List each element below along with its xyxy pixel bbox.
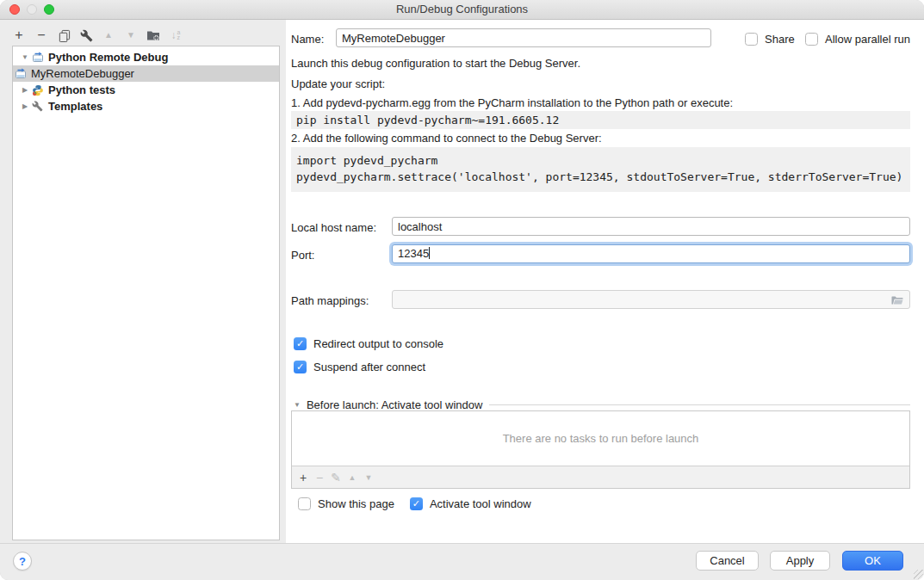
allow-parallel-run-label: Allow parallel run	[825, 31, 910, 47]
move-down-button[interactable]: ▼	[124, 28, 138, 43]
tree-item-label: MyRemoteDebugger	[31, 67, 134, 80]
help-button[interactable]: ?	[13, 552, 32, 571]
edit-task-button[interactable]: ✎	[330, 470, 342, 485]
tree-item-python-remote-debug[interactable]: ▼ Python Remote Debug	[13, 49, 279, 65]
configurations-toolbar: + − ▲ ▼	[12, 26, 183, 45]
suspend-after-connect-checkbox[interactable]	[294, 361, 307, 373]
text-caret	[429, 247, 430, 259]
remote-debug-icon	[32, 51, 45, 64]
collapse-section-icon[interactable]: ▼	[294, 401, 301, 409]
share-option: Share	[745, 31, 795, 47]
redirect-output-label: Redirect output to console	[313, 336, 443, 352]
tree-item-label: Templates	[48, 100, 102, 113]
new-folder-icon	[146, 28, 160, 42]
settrace-code-line-1: import pydevd_pycharm	[296, 152, 905, 169]
configurations-tree: ▼ Python Remote Debug	[12, 46, 280, 540]
path-mappings-input[interactable]	[392, 290, 910, 309]
redirect-output-option: Redirect output to console	[294, 336, 443, 352]
apply-button[interactable]: Apply	[770, 551, 830, 571]
question-mark-icon: ?	[19, 555, 26, 568]
suspend-after-connect-option: Suspend after connect	[294, 359, 425, 375]
suspend-after-connect-label: Suspend after connect	[313, 359, 425, 375]
copy-configuration-button[interactable]	[57, 28, 71, 43]
activate-tool-window-checkbox[interactable]	[410, 497, 423, 510]
remove-configuration-button[interactable]: −	[34, 28, 48, 43]
port-input[interactable]: 12345	[392, 244, 910, 263]
move-up-button[interactable]: ▲	[102, 28, 115, 43]
tree-item-python-tests[interactable]: ▶ Python tests	[13, 82, 279, 98]
instruction-step-2: 2. Add the following command to connect …	[291, 130, 602, 146]
move-task-down-button[interactable]: ▼	[363, 470, 375, 485]
triangle-down-icon: ▼	[365, 470, 373, 485]
activate-tool-window-label: Activate tool window	[430, 496, 531, 512]
new-folder-button[interactable]	[146, 28, 160, 43]
configuration-editor: Name: Share Allow parallel run Launch th…	[286, 20, 924, 544]
triangle-down-icon: ▼	[127, 28, 135, 43]
settrace-code: import pydevd_pycharm pydevd_pycharm.set…	[291, 147, 910, 192]
expand-collapse-icon[interactable]: ▼	[20, 53, 30, 61]
tree-item-label: Python tests	[48, 83, 115, 96]
show-this-page-label: Show this page	[318, 496, 394, 512]
share-checkbox[interactable]	[745, 33, 758, 46]
ok-button[interactable]: OK	[842, 551, 903, 571]
before-launch-tasks-panel: There are no tasks to run before launch …	[291, 410, 910, 489]
path-mappings-label: Path mappings:	[291, 293, 369, 309]
instruction-line-2: Update your script:	[291, 76, 385, 92]
configurations-sidebar: + − ▲ ▼	[0, 20, 286, 544]
sort-alphabetically-icon: ↓ az	[171, 28, 181, 43]
pencil-icon: ✎	[331, 470, 341, 485]
tree-item-myremotedebugger[interactable]: MyRemoteDebugger	[13, 65, 279, 82]
remove-task-button[interactable]: −	[313, 470, 326, 485]
wrench-icon	[80, 29, 93, 42]
add-configuration-button[interactable]: +	[12, 28, 26, 43]
tasks-toolbar: + − ✎ ▲ ▼	[292, 466, 909, 488]
cancel-button[interactable]: Cancel	[696, 551, 759, 571]
add-task-button[interactable]: +	[297, 470, 309, 485]
pip-install-code: pip install pydevd-pycharm~=191.6605.12	[291, 111, 910, 129]
wrench-icon	[32, 100, 45, 113]
name-input[interactable]	[336, 28, 711, 47]
tree-item-templates[interactable]: ▶ Templates	[13, 98, 279, 114]
share-label: Share	[765, 31, 795, 47]
python-tests-icon	[32, 83, 45, 96]
copy-icon	[58, 29, 71, 42]
section-divider	[489, 404, 910, 405]
instruction-step-1: 1. Add pydevd-pycharm.egg from the PyCha…	[291, 95, 733, 111]
title-bar: Run/Debug Configurations	[0, 0, 924, 20]
expand-collapse-icon[interactable]: ▶	[20, 86, 30, 94]
allow-parallel-run-option: Allow parallel run	[805, 31, 910, 47]
edit-templates-button[interactable]	[79, 28, 93, 43]
sort-configurations-button[interactable]: ↓ az	[169, 28, 183, 43]
redirect-output-checkbox[interactable]	[294, 337, 307, 350]
browse-folder-icon[interactable]	[890, 293, 904, 307]
no-tasks-message: There are no tasks to run before launch	[292, 411, 909, 466]
local-host-name-input[interactable]	[392, 217, 910, 236]
instruction-line-1: Launch this debug configuration to start…	[291, 55, 580, 71]
window-title: Run/Debug Configurations	[0, 0, 924, 19]
port-label: Port:	[291, 247, 314, 263]
run-debug-configurations-dialog: Run/Debug Configurations + − ▲ ▼	[0, 0, 924, 580]
local-host-name-label: Local host name:	[291, 219, 376, 236]
triangle-up-icon: ▲	[104, 28, 113, 43]
resize-grip[interactable]	[914, 570, 923, 579]
move-task-up-button[interactable]: ▲	[346, 470, 358, 485]
allow-parallel-run-checkbox[interactable]	[805, 33, 818, 46]
port-value: 12345	[398, 247, 429, 260]
settrace-code-line-2: pydevd_pycharm.settrace('localhost', por…	[296, 169, 905, 185]
tree-item-label: Python Remote Debug	[48, 51, 168, 64]
footer-options-row: Show this page Activate tool window	[298, 496, 531, 512]
name-label: Name:	[291, 31, 324, 47]
dialog-footer: ? Cancel Apply OK	[0, 543, 924, 580]
triangle-up-icon: ▲	[349, 470, 357, 485]
show-this-page-checkbox[interactable]	[298, 497, 311, 510]
expand-collapse-icon[interactable]: ▶	[20, 102, 30, 110]
remote-debug-icon	[15, 67, 28, 80]
